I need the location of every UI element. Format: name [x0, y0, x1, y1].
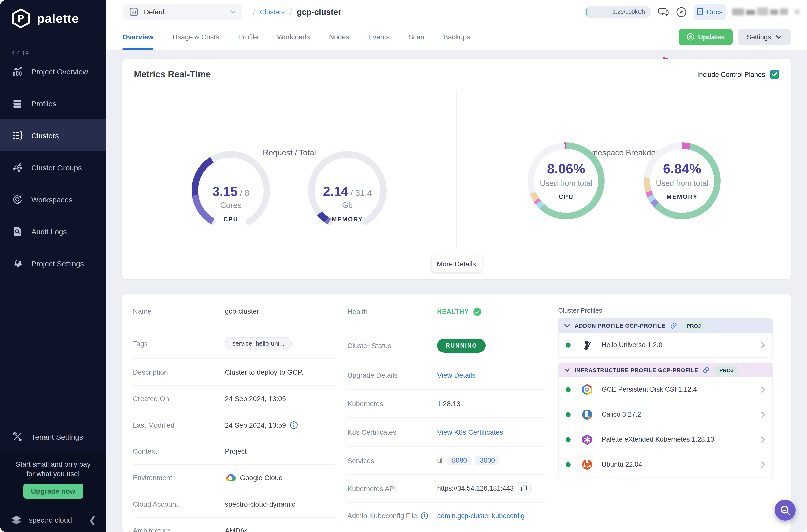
service-port-8080[interactable]: :8080 — [447, 456, 471, 465]
detail-row-architecture: Architecture AMD64 — [133, 517, 335, 532]
project-scope-badge: PROJ — [681, 321, 706, 330]
breadcrumb-clusters-link[interactable]: Clusters — [260, 8, 285, 16]
view-k8s-certificates-link[interactable]: View K8s Certificates — [437, 428, 503, 436]
cluster-details-card: Name gcp-cluster Tags service: hello-uni… — [123, 294, 790, 532]
sidebar-item-label: Project Overview — [32, 67, 88, 76]
profile-pack-ubuntu[interactable]: Ubuntu 22.04 — [559, 452, 772, 477]
sidebar-item-tenant-settings[interactable]: Tenant Settings — [0, 421, 107, 453]
sidebar-item-audit-logs[interactable]: Audit Logs — [0, 215, 107, 247]
google-cloud-icon — [225, 473, 236, 482]
include-control-planes-checkbox[interactable] — [770, 70, 779, 79]
breadcrumb-separator: / — [289, 8, 292, 16]
calico-icon — [581, 408, 594, 421]
feedback-chat-icon[interactable] — [658, 6, 669, 18]
tab-overview[interactable]: Overview — [123, 33, 154, 41]
updates-button[interactable]: Updates — [679, 29, 733, 45]
book-icon — [697, 8, 703, 16]
addon-profile-rows: Hello Universe 1.2.0 — [558, 333, 772, 358]
chevron-right-icon — [761, 341, 765, 348]
sidebar-item-project-overview[interactable]: Project Overview — [0, 55, 107, 88]
footer-brand: spectro cloud — [29, 516, 72, 524]
layers-icon — [12, 98, 23, 109]
memory-donut-label: MEMORY — [644, 193, 720, 200]
profile-pack-gce-disk[interactable]: GCE Persistent Disk CSI 1.12.4 — [559, 377, 772, 402]
tab-usage-costs[interactable]: Usage & Costs — [173, 33, 219, 41]
view-details-link[interactable]: View Details — [437, 371, 476, 379]
info-icon[interactable] — [421, 512, 428, 519]
tab-events[interactable]: Events — [368, 33, 390, 41]
sidebar-item-clusters[interactable]: Clusters — [0, 119, 107, 151]
cpu-donut-percent: 8.06% — [528, 162, 605, 177]
sidebar-item-label: Profiles — [32, 99, 56, 108]
usage-quota-value: 1.29/100kCh — [613, 9, 645, 15]
detail-row-cluster-status: Cluster Status RUNNING — [347, 330, 545, 361]
detail-row-upgrade-details: Upgrade Details View Details — [347, 361, 545, 390]
upgrade-now-button[interactable]: Upgrade now — [23, 483, 83, 498]
info-icon[interactable] — [290, 421, 298, 429]
sidebar-item-cluster-groups[interactable]: Cluster Groups — [0, 151, 107, 183]
copy-api-button[interactable] — [518, 482, 531, 495]
memory-gauge-label: MEMORY — [305, 216, 390, 223]
tab-nodes[interactable]: Nodes — [329, 33, 349, 41]
cpu-gauge-unit: Cores — [188, 201, 273, 210]
request-total-title: Request / Total — [123, 148, 456, 157]
tag-pill[interactable]: service: hello-uni... — [225, 337, 292, 350]
help-beacon-button[interactable] — [774, 499, 795, 520]
addon-profile-header[interactable]: ADDON PROFILE GCP-PROFILE PROJ — [558, 318, 772, 333]
settings-button[interactable]: Settings — [737, 29, 790, 45]
profile-pack-calico[interactable]: Calico 3.27.2 — [559, 402, 772, 427]
chart-icon — [12, 66, 23, 77]
promo-text: Start small and only pay for what you us… — [0, 460, 107, 478]
project-selector[interactable]: Default — [124, 4, 242, 20]
status-dot — [566, 342, 571, 347]
brand-logo: P palette — [11, 8, 79, 29]
chevron-right-icon — [761, 386, 765, 393]
sidebar-item-project-settings[interactable]: Project Settings — [0, 247, 107, 279]
app-window: P palette 4.4.19 Project Overview Profil… — [0, 0, 807, 532]
docs-button[interactable]: Docs — [694, 4, 726, 20]
more-details-button[interactable]: More Details — [431, 255, 482, 272]
metrics-charts: Request / Total Namespace Breakdown 3.15… — [123, 90, 790, 248]
detail-row-created-on: Created On 24 Sep 2024, 13:05 — [133, 386, 335, 412]
sidebar-item-profiles[interactable]: Profiles — [0, 88, 107, 119]
tab-profile[interactable]: Profile — [238, 33, 258, 41]
tab-workloads[interactable]: Workloads — [277, 33, 310, 41]
topbar: Default / Clusters / gcp-cluster 1.29/10… — [107, 0, 807, 24]
user-account-blurred[interactable] — [732, 5, 788, 18]
ubuntu-icon — [581, 458, 594, 471]
memory-donut-caption: Used from total — [644, 179, 720, 188]
healthy-check-icon — [473, 307, 482, 316]
project-icon — [129, 7, 138, 17]
detail-row-environment: Environment Google Cloud — [133, 464, 335, 491]
tab-scan[interactable]: Scan — [409, 33, 425, 41]
profile-pack-hello-universe[interactable]: Hello Universe 1.2.0 — [559, 333, 772, 357]
link-icon — [703, 366, 710, 374]
check-icon — [771, 72, 777, 77]
sidebar-item-workspaces[interactable]: Workspaces — [0, 183, 107, 215]
infrastructure-profile-header[interactable]: INFRASTRUCTURE PROFILE GCP-PROFILE PROJ — [558, 363, 772, 377]
kubeconfig-download-link[interactable]: admin.gcp-cluster.kubeconfig — [437, 512, 525, 519]
detail-row-name: Name gcp-cluster — [133, 294, 335, 329]
sidebar-item-label: Audit Logs — [32, 227, 67, 235]
upgrade-promo: Start small and only pay for what you us… — [0, 453, 107, 507]
details-left-column: Name gcp-cluster Tags service: hello-uni… — [133, 294, 335, 532]
pxk-icon — [581, 433, 594, 446]
status-dot — [566, 462, 571, 467]
tab-backups[interactable]: Backups — [444, 33, 470, 41]
profile-pack-palette-extended-k8s[interactable]: Palette eXtended Kubernetes 1.28.13 — [559, 427, 772, 452]
user-menu-blurred[interactable] — [794, 10, 800, 15]
status-dot — [566, 387, 571, 392]
breadcrumb-separator: / — [253, 8, 255, 16]
collapse-sidebar-icon[interactable]: ❮ — [89, 514, 96, 525]
settings-label: Settings — [747, 33, 771, 41]
detail-row-admin-kubeconfig: Admin Kubeconfig File admin.gcp-cluster.… — [347, 502, 545, 529]
infrastructure-profile-name: INFRASTRUCTURE PROFILE GCP-PROFILE — [575, 367, 698, 373]
detail-row-health: Health HEALTHY — [347, 294, 545, 330]
namespace-cpu-donut: 8.06% Used from total CPU — [528, 142, 605, 219]
compass-icon[interactable] — [676, 6, 687, 18]
spectro-cloud-logo-icon — [10, 514, 23, 526]
usage-quota-pill[interactable]: 1.29/100kCh — [585, 6, 651, 18]
memory-donut-percent: 6.84% — [644, 162, 720, 177]
service-port-3000[interactable]: :3000 — [474, 456, 499, 465]
memory-gauge-value: 2.14 / 31.4 — [305, 184, 390, 199]
